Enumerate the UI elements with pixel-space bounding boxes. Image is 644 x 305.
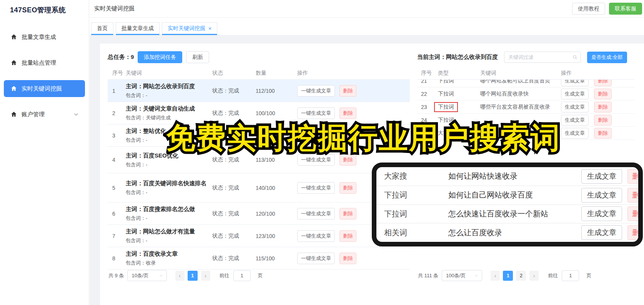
breadcrumb: 实时关键词挖掘 [94, 5, 135, 12]
sidebar-item-batch-article[interactable]: 批量文章生成 [4, 28, 85, 45]
goto-page-input[interactable] [233, 270, 251, 281]
delete-button[interactable]: 删除 [339, 154, 356, 166]
next-page-button[interactable]: › [529, 271, 539, 281]
task-row[interactable]: 1 主词：网站怎么收录到百度包含词：- 状态：完成 112/100 一键生成文章… [108, 80, 410, 102]
close-tab-icon[interactable]: × [208, 25, 211, 32]
task-title: 主词：百度收录文章 [126, 250, 212, 258]
task-status: 状态：完成 [212, 233, 256, 240]
generate-articles-button[interactable]: 一键生成文章 [297, 130, 335, 141]
task-row[interactable]: 3 主词：整站优化包含词：- 状态：完成 一键生成文章删除 [108, 124, 410, 147]
page-number-2[interactable]: 2 [516, 271, 526, 281]
generate-articles-button[interactable]: 一键生成文章 [297, 230, 335, 242]
delete-button[interactable]: 删除 [339, 130, 356, 141]
goto-page-input[interactable] [562, 270, 579, 281]
delete-button[interactable]: 删除 [627, 225, 643, 240]
task-row[interactable]: 2 主词：关键词文章自动生成包含词：关键词生成 状态：完成 100/100 一键… [108, 102, 410, 124]
refresh-button[interactable]: 刷新 [186, 51, 209, 63]
task-row[interactable]: 8 主词：百度收录文章包含词：收录 状态：完成 115/100 一键生成文章删除 [108, 247, 410, 270]
page-number-1[interactable]: 1 [503, 271, 513, 281]
keyword-row[interactable]: 21 下拉词 哪个网站发帖可以上百度首页 生成文章删除 [417, 80, 635, 87]
generate-articles-button[interactable]: 一键生成文章 [297, 154, 335, 166]
generate-article-button[interactable]: 生成文章 [581, 225, 622, 240]
task-status: 状态：完成 [212, 132, 256, 139]
delete-button[interactable]: 删除 [627, 206, 643, 221]
prev-page-button[interactable]: ‹ [491, 271, 500, 281]
help-button[interactable]: 使用教程 [572, 3, 605, 15]
tab-home[interactable]: 首页 [91, 22, 113, 35]
home-icon [10, 59, 17, 66]
row-index: 25 [417, 130, 438, 136]
generate-all-toggle-button[interactable]: 是否生成:全部 [587, 52, 627, 63]
task-row[interactable]: 5 主词：百度关键词排名快速排名包含词：- 状态：完成 140/100 一键生成… [108, 173, 410, 203]
keyword-text: 哪些平台发文容易被百度收录 [480, 104, 561, 111]
task-quantity: 113/100 [256, 157, 297, 163]
delete-button[interactable]: 删除 [339, 230, 356, 242]
generate-article-button[interactable]: 生成文章 [581, 188, 622, 203]
generate-articles-button[interactable]: 一键生成文章 [297, 107, 335, 119]
task-row[interactable]: 4 主词：百度SEO优化包含词：- 状态：完成 113/100 一键生成文章删除 [108, 147, 410, 173]
sidebar-item-keyword-mining[interactable]: 实时关键词挖掘 [4, 80, 85, 97]
generate-article-button[interactable]: 生成文章 [581, 206, 622, 221]
generate-article-button[interactable]: 生成文章 [581, 169, 622, 184]
contact-support-button[interactable]: 联系客服 [609, 3, 642, 15]
task-toolbar: 总任务：9 添加挖词任务 刷新 [108, 51, 410, 63]
next-page-button[interactable]: › [201, 271, 210, 281]
keyword-row[interactable]: 23 下拉词 哪些平台发文容易被百度收录 生成文章删除 [417, 101, 635, 114]
sidebar-item-account[interactable]: 账户管理 [4, 106, 85, 123]
delete-button[interactable]: 删除 [594, 115, 612, 126]
delete-button[interactable]: 删除 [339, 107, 356, 119]
task-subtitle: 包含词：- [126, 215, 212, 222]
page-size-select[interactable]: 10条/页 [127, 270, 166, 281]
zoom-inset-box: 大家搜 如何让网站快速收录 生成文章 删除 下拉词 如何让自己网站收录百度 生成… [372, 163, 643, 246]
generate-articles-button[interactable]: 一键生成文章 [297, 182, 335, 194]
task-table-header: 序号 关键词 状态 数量 操作 [108, 67, 410, 80]
add-task-button[interactable]: 添加挖词任务 [138, 51, 182, 63]
task-subtitle: 包含词：关键词生成 [126, 114, 212, 121]
task-row[interactable]: 7 主词：网站怎么做才有流量包含词：- 状态：完成 123/100 一键生成文章… [108, 225, 410, 247]
chevron-down-icon [474, 273, 479, 278]
page-size-select[interactable]: 100条/页 [442, 270, 482, 281]
generate-article-button[interactable]: 生成文章 [561, 128, 589, 139]
delete-button[interactable]: 删除 [594, 128, 612, 139]
generate-articles-button[interactable]: 一键生成文章 [297, 208, 335, 220]
delete-button[interactable]: 删除 [339, 208, 356, 220]
keyword-row[interactable]: 22 下拉词 哪个网站百度收录快 生成文章删除 [417, 87, 635, 101]
delete-button[interactable]: 删除 [594, 80, 612, 86]
generate-article-button[interactable]: 生成文章 [561, 115, 589, 126]
generate-article-button[interactable]: 生成文章 [561, 89, 589, 99]
generate-articles-button[interactable]: 一键生成文章 [297, 253, 335, 264]
generate-article-button[interactable]: 生成文章 [561, 102, 589, 112]
generate-article-button[interactable]: 生成文章 [561, 80, 589, 86]
keyword-filter [504, 52, 581, 63]
tab-label: 实时关键词挖掘 [168, 25, 205, 32]
page-number-1[interactable]: 1 [188, 271, 198, 281]
app-window: 147SEO管理系统 批量文章生成 批量站点管理 实时关键词挖掘 账户管理 实时… [0, 0, 644, 305]
delete-button[interactable]: 删除 [339, 182, 356, 194]
col-keyword: 关键词 [480, 70, 561, 77]
col-ops: 操作 [561, 70, 635, 77]
task-title: 主词：整站优化 [126, 127, 212, 135]
task-row[interactable]: 6 主词：百度搜索排名怎么做包含词：- 状态：完成 120/100 一键生成文章… [108, 203, 410, 225]
delete-button[interactable]: 删除 [594, 102, 612, 112]
row-index: 7 [108, 233, 126, 239]
task-quantity: 112/100 [256, 88, 297, 94]
col-quantity: 数量 [256, 70, 297, 77]
task-subtitle: 包含词：- [126, 137, 212, 144]
keyword-row[interactable]: 25 大家搜 生成文章删除 [417, 127, 635, 140]
tab-batch-article[interactable]: 批量文章生成 [116, 22, 160, 35]
delete-button[interactable]: 删除 [339, 253, 356, 264]
delete-button[interactable]: 删除 [627, 169, 643, 184]
keyword-row[interactable]: 24 下拉词 生成文章删除 [417, 114, 635, 127]
delete-button[interactable]: 删除 [627, 188, 643, 203]
tab-keyword-mining[interactable]: 实时关键词挖掘 × [162, 22, 217, 35]
delete-button[interactable]: 删除 [594, 89, 612, 99]
delete-button[interactable]: 删除 [339, 85, 356, 97]
sidebar-item-batch-site[interactable]: 批量站点管理 [4, 54, 85, 71]
prev-page-button[interactable]: ‹ [175, 271, 185, 281]
task-title: 主词：百度关键词排名快速排名 [126, 179, 212, 187]
app-logo: 147SEO管理系统 [0, 0, 89, 15]
row-index: 21 [417, 80, 438, 84]
keyword-filter-input[interactable] [504, 52, 581, 63]
generate-articles-button[interactable]: 一键生成文章 [297, 85, 335, 97]
goto-label: 前往 [548, 272, 558, 279]
